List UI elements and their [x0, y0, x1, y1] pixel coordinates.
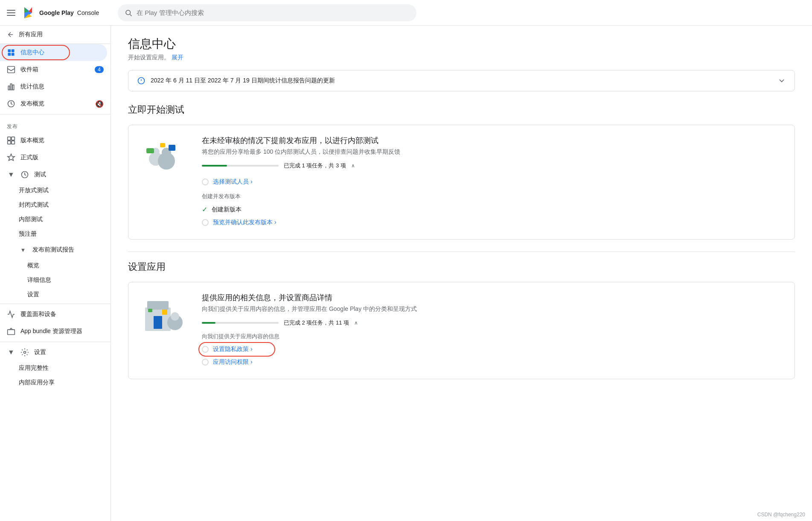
setup-progress-row: 已完成 2 项任务，共 11 项 ∧: [202, 319, 784, 327]
testing-icon: [20, 170, 29, 179]
release-icon: [7, 153, 15, 162]
sidebar-item-dashboard[interactable]: 信息中心: [0, 44, 107, 61]
setup-card-body: 提供应用的相关信息，并设置商品详情 向我们提供关于应用内容的信息，并管理应用在 …: [202, 293, 784, 369]
sidebar-item-open-test[interactable]: 开放式测试: [0, 183, 111, 198]
setup-progress-chevron[interactable]: ∧: [354, 320, 358, 326]
settings-expand-icon: ▼: [7, 348, 15, 357]
hamburger-button[interactable]: [7, 8, 17, 18]
sidebar-item-label-coverage: 覆盖面和设备: [20, 310, 56, 318]
task-circle-privacy-policy: [202, 346, 209, 353]
sidebar-divider-2: [0, 304, 111, 304]
sidebar-back-button[interactable]: 所有应用: [0, 26, 111, 44]
sidebar-item-internal-test[interactable]: 内部测试: [0, 212, 111, 227]
bar-chart-icon: [7, 82, 15, 91]
sidebar-item-version-overview[interactable]: 版本概览: [0, 132, 111, 149]
task-circle-preview-release: [202, 219, 209, 226]
svg-rect-13: [8, 141, 11, 144]
inbox-badge: 4: [95, 66, 104, 73]
setup-progress-bar-bg: [202, 322, 279, 324]
setup-section-title: 设置应用: [128, 260, 795, 273]
svg-point-33: [171, 312, 179, 321]
version-overview-icon: [7, 136, 15, 145]
sidebar-item-release[interactable]: 正式版: [0, 149, 111, 166]
setup-card: 提供应用的相关信息，并设置商品详情 向我们提供关于应用内容的信息，并管理应用在 …: [128, 282, 795, 379]
inbox-icon: [7, 65, 15, 74]
task-link-app-access[interactable]: 应用访问权限 ›: [213, 358, 253, 366]
search-input[interactable]: [137, 9, 410, 16]
sidebar-item-inbox[interactable]: 收件箱 4: [0, 61, 111, 78]
sidebar-item-closed-test[interactable]: 封闭式测试: [0, 198, 111, 212]
sidebar-item-settings-sub[interactable]: 设置: [0, 287, 111, 302]
testing-task-preview-release: 预览并确认此发布版本 ›: [202, 216, 784, 229]
topbar: Google Play Console: [0, 0, 812, 26]
testing-task-select-testers: 选择测试人员 ›: [202, 176, 784, 188]
testing-progress-bar-fill: [202, 165, 227, 167]
main-content: 信息中心 开始设置应用。 展开 2022 年 6 月 11 日至 2022 年 …: [111, 26, 812, 521]
sidebar-item-testing[interactable]: ▼ 测试: [0, 166, 111, 183]
sidebar-item-label-overview-sub: 概览: [27, 262, 39, 269]
banner-chevron-icon: [777, 76, 786, 85]
testing-progress-chevron[interactable]: ∧: [351, 163, 355, 169]
topbar-left: Google Play Console: [7, 6, 118, 20]
info-banner[interactable]: 2022 年 6 月 11 日至 2022 年 7 月 19 日期间统计信息报告…: [128, 70, 795, 91]
search-bar[interactable]: [118, 4, 416, 21]
svg-rect-3: [12, 50, 15, 53]
task-check-create-version: ✓: [202, 205, 207, 214]
sidebar-item-pre-register[interactable]: 预注册: [0, 227, 111, 241]
sidebar-item-label-internal-test: 内部测试: [19, 216, 43, 223]
grid-icon: [7, 48, 15, 57]
sidebar-item-publish-overview[interactable]: 发布概览 🔇: [0, 95, 111, 112]
sidebar-item-overview-sub[interactable]: 概览: [0, 258, 111, 273]
setup-task-group-label: 向我们提供关于应用内容的信息: [202, 333, 784, 340]
task-link-privacy-policy[interactable]: 设置隐私政策 ›: [213, 345, 253, 353]
sidebar-divider-1: [0, 114, 111, 114]
testing-progress-bar-bg: [202, 165, 279, 167]
testing-card-body: 在未经审核的情况下提前发布应用，以进行内部测试 将您的应用分享给最多 100 位…: [202, 135, 784, 229]
sidebar-item-label-pre-register: 预注册: [19, 230, 37, 238]
testing-progress-text: 已完成 1 项任务，共 3 项: [284, 162, 346, 170]
sidebar-item-label-settings: 设置: [34, 348, 46, 356]
sidebar-item-detail-sub[interactable]: 详细信息: [0, 273, 111, 287]
search-icon: [125, 9, 132, 17]
sidebar-item-settings[interactable]: ▼ 设置: [0, 344, 111, 361]
svg-rect-8: [10, 84, 12, 90]
coverage-icon: [7, 310, 15, 319]
info-icon: [137, 76, 146, 85]
svg-point-17: [24, 351, 26, 354]
info-banner-text: 2022 年 6 月 11 日至 2022 年 7 月 19 日期间统计信息报告…: [151, 77, 772, 85]
logo-text: Google Play Console: [39, 9, 99, 16]
svg-rect-7: [8, 86, 9, 90]
sidebar-item-coverage[interactable]: 覆盖面和设备: [0, 306, 111, 323]
setup-progress-text: 已完成 2 项任务，共 11 项: [284, 319, 349, 327]
google-play-logo-icon: [22, 6, 36, 20]
sidebar-item-app-users[interactable]: 内部应用分享: [0, 375, 111, 390]
back-arrow-icon: [7, 31, 15, 38]
svg-rect-4: [8, 53, 11, 56]
sidebar-item-label-testing: 测试: [34, 171, 46, 179]
sidebar-item-pre-test-report[interactable]: ▼ 发布前测试报告: [0, 241, 111, 258]
task-link-preview-release[interactable]: 预览并确认此发布版本 ›: [213, 219, 276, 226]
footer-credit: CSDN @fqcheng220: [757, 512, 805, 518]
sidebar-item-label-pre-test-report: 发布前测试报告: [32, 246, 74, 254]
page-subtitle: 开始设置应用。 展开: [128, 54, 795, 61]
testing-task-create-version: ✓ 创建新版本: [202, 203, 784, 216]
sidebar-item-label-version-overview: 版本概览: [20, 137, 44, 144]
svg-rect-34: [148, 309, 152, 312]
sidebar-item-app-bundle[interactable]: App bundle 资源管理器: [0, 323, 111, 340]
logo-area: Google Play Console: [22, 6, 99, 20]
sidebar-item-app-integrity[interactable]: 应用完整性: [0, 361, 111, 375]
testing-card-inner: 在未经审核的情况下提前发布应用，以进行内部测试 将您的应用分享给最多 100 位…: [139, 135, 784, 229]
sidebar-item-stats[interactable]: 统计信息: [0, 78, 111, 95]
testing-section-title: 立即开始测试: [128, 103, 795, 116]
testing-expand-icon: ▼: [7, 170, 15, 179]
svg-rect-27: [160, 143, 165, 147]
setup-card-inner: 提供应用的相关信息，并设置商品详情 向我们提供关于应用内容的信息，并管理应用在 …: [139, 293, 784, 369]
task-circle-app-access: [202, 359, 209, 366]
sidebar-item-label-app-integrity: 应用完整性: [19, 364, 49, 372]
task-link-select-testers[interactable]: 选择测试人员 ›: [213, 178, 253, 186]
testing-illustration: [139, 135, 190, 229]
sidebar-item-label-app-users: 内部应用分享: [19, 379, 55, 386]
expand-link[interactable]: 展开: [172, 54, 183, 61]
sidebar-item-label-closed-test: 封闭式测试: [19, 201, 49, 209]
testing-card-title: 在未经审核的情况下提前发布应用，以进行内部测试: [202, 135, 784, 146]
